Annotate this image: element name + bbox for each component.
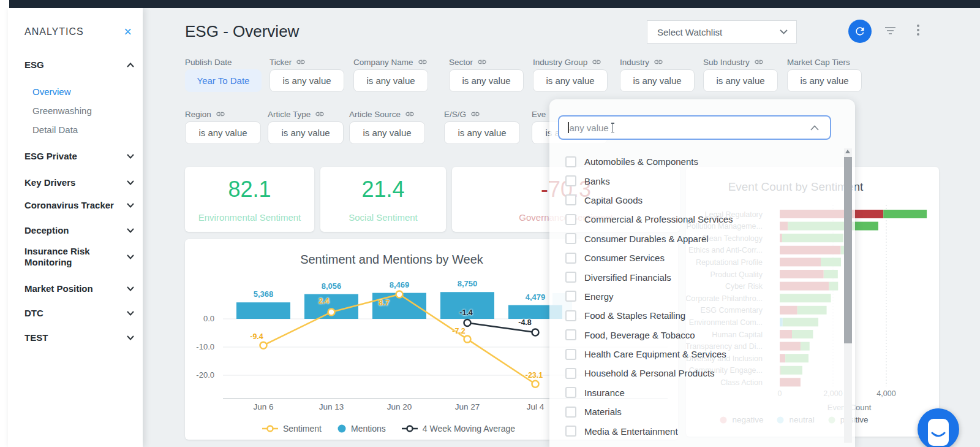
filter-value-button[interactable]: is any value <box>185 121 261 144</box>
kpi-card: 82.1Environmental Sentiment <box>185 167 314 232</box>
svg-text:Jun 13: Jun 13 <box>319 402 344 411</box>
dropdown-option-diversified-financials[interactable]: Diversified Financials <box>549 267 839 286</box>
kebab-menu-icon[interactable] <box>915 25 921 37</box>
dropdown-option-food-beverage-tobacco[interactable]: Food, Beverage & Tobacco <box>549 326 839 345</box>
sidebar-item-detail-data[interactable]: Detail Data <box>32 124 78 135</box>
sentiment-point[interactable] <box>532 381 539 388</box>
dropdown-option-insurance[interactable]: Insurance <box>549 383 839 402</box>
dropdown-option-health-care-equipment-services[interactable]: Health Care Equipment & Services <box>549 345 839 364</box>
chevron-down-icon <box>127 311 134 316</box>
dropdown-search-value: any value <box>570 123 609 133</box>
checkbox[interactable] <box>565 329 576 340</box>
mentions-bar[interactable] <box>236 302 290 319</box>
svg-text:-1.4: -1.4 <box>459 308 473 317</box>
filter-icon[interactable] <box>884 27 895 36</box>
filter-value-button[interactable]: is any value <box>449 69 524 92</box>
checkbox[interactable] <box>565 194 576 205</box>
checkbox[interactable] <box>565 387 576 398</box>
sidebar-item-overview[interactable]: Overview <box>32 86 71 97</box>
sentiment-point[interactable] <box>328 308 335 315</box>
page-title: ESG - Overview <box>185 22 299 41</box>
dropdown-search-input[interactable]: any value <box>558 115 831 140</box>
filter-label: Eve <box>532 109 546 119</box>
filter-value-button[interactable]: is any value <box>270 69 344 92</box>
sidebar-item-coronavirus-tracker[interactable]: Coronavirus Tracker <box>24 200 134 210</box>
sidebar-item-label: Insurance Risk Monitoring <box>24 246 116 268</box>
sidebar-item-esg[interactable]: ESG <box>24 59 134 70</box>
checkbox[interactable] <box>565 291 576 302</box>
filter-value-button[interactable]: is any value <box>703 69 778 92</box>
dropdown-option-consumer-services[interactable]: Consumer Services <box>549 248 839 267</box>
dropdown-option-media-entertainment[interactable]: Media & Entertainment <box>549 421 839 440</box>
dropdown-option-label: Materials <box>584 407 622 417</box>
dropdown-option-commercial-professional-services[interactable]: Commercial & Professional Services <box>549 210 839 229</box>
sidebar-item-test[interactable]: TEST <box>24 332 134 343</box>
sentiment-point[interactable] <box>396 291 403 297</box>
sidebar-item-label: ESG Private <box>24 151 77 161</box>
sidebar-item-dtc[interactable]: DTC <box>24 308 134 318</box>
dropdown-option-banks[interactable]: Banks <box>549 171 839 190</box>
sentiment-point[interactable] <box>464 336 471 343</box>
filter-value-button[interactable]: Year To Date <box>185 69 262 92</box>
checkbox[interactable] <box>565 407 576 418</box>
dropdown-option-food-staples-retailing[interactable]: Food & Staples Retailing <box>549 306 839 325</box>
link-icon <box>654 57 663 67</box>
legend-symbol <box>262 424 278 433</box>
filter-value-button[interactable]: is any value <box>444 121 520 144</box>
filter-label-text: Region <box>185 110 211 119</box>
dropdown-scrollbar-thumb[interactable] <box>844 157 852 343</box>
chat-widget-button[interactable] <box>918 408 959 447</box>
filter-value-button[interactable]: is any value <box>268 121 344 144</box>
legend-item-4-week-moving-average[interactable]: 4 Week Moving Average <box>402 424 515 434</box>
positive-bar-segment[interactable] <box>883 210 927 218</box>
chevron-down-icon <box>127 154 134 159</box>
sidebar-drawer: ANALYTICS × ESGOverviewGreenwashingDetai… <box>8 8 143 447</box>
checkbox[interactable] <box>565 253 576 264</box>
dropdown-option-label: Insurance <box>584 388 625 398</box>
filter-value-button[interactable]: is any value <box>620 69 695 92</box>
scroll-up-arrow-icon[interactable] <box>845 150 850 153</box>
filter-value-button[interactable]: is any value <box>533 69 608 92</box>
chevron-down-icon <box>127 335 134 340</box>
sidebar-item-label: Market Position <box>24 283 93 294</box>
legend-item-mentions[interactable]: Mentions <box>337 424 386 434</box>
sidebar-item-insurance-risk-monitoring[interactable]: Insurance Risk Monitoring <box>24 246 134 268</box>
checkbox[interactable] <box>565 175 576 186</box>
checkbox[interactable] <box>565 156 576 167</box>
dropdown-option-label: Food & Staples Retailing <box>584 310 685 321</box>
checkbox[interactable] <box>565 368 576 379</box>
filter-value-button[interactable]: is any value <box>787 69 862 92</box>
moving-average-point[interactable] <box>532 329 539 336</box>
sidebar-item-key-drivers[interactable]: Key Drivers <box>24 177 134 188</box>
dropdown-option-label: Banks <box>584 176 610 186</box>
dropdown-option-materials[interactable]: Materials <box>549 402 839 421</box>
checkbox[interactable] <box>565 310 576 321</box>
watchlist-select[interactable]: Select Watchlist <box>647 20 797 44</box>
checkbox[interactable] <box>565 233 576 244</box>
checkbox[interactable] <box>565 272 576 283</box>
dropdown-option-energy[interactable]: Energy <box>549 287 839 306</box>
dropdown-option-capital-goods[interactable]: Capital Goods <box>549 191 839 210</box>
sidebar-item-esg-private[interactable]: ESG Private <box>24 151 134 161</box>
checkbox[interactable] <box>565 426 576 437</box>
sidebar-close-icon[interactable]: × <box>124 26 132 37</box>
dropdown-option-consumer-durables-apparel[interactable]: Consumer Durables & Apparel <box>549 229 839 248</box>
filter-value-button[interactable]: is any value <box>353 69 428 92</box>
moving-average-point[interactable] <box>464 319 471 326</box>
svg-text:Jun 27: Jun 27 <box>455 402 480 411</box>
refresh-icon <box>854 25 866 37</box>
dropdown-option-automobiles-components[interactable]: Automobiles & Components <box>549 152 839 171</box>
link-icon <box>405 109 415 119</box>
sidebar-item-greenwashing[interactable]: Greenwashing <box>32 105 92 116</box>
refresh-button[interactable] <box>848 20 872 43</box>
sidebar-item-market-position[interactable]: Market Position <box>24 283 134 294</box>
filter-value-button[interactable]: is any value <box>349 121 425 144</box>
dropdown-option-household-personal-products[interactable]: Household & Personal Products <box>549 364 839 383</box>
legend-item-sentiment[interactable]: Sentiment <box>262 424 322 434</box>
checkbox[interactable] <box>565 214 576 225</box>
sidebar-item-deception[interactable]: Deception <box>24 225 134 235</box>
text-caret <box>568 122 569 133</box>
checkbox[interactable] <box>565 349 576 360</box>
filter-label-text: Industry Group <box>533 58 587 67</box>
sentiment-point[interactable] <box>260 342 267 349</box>
